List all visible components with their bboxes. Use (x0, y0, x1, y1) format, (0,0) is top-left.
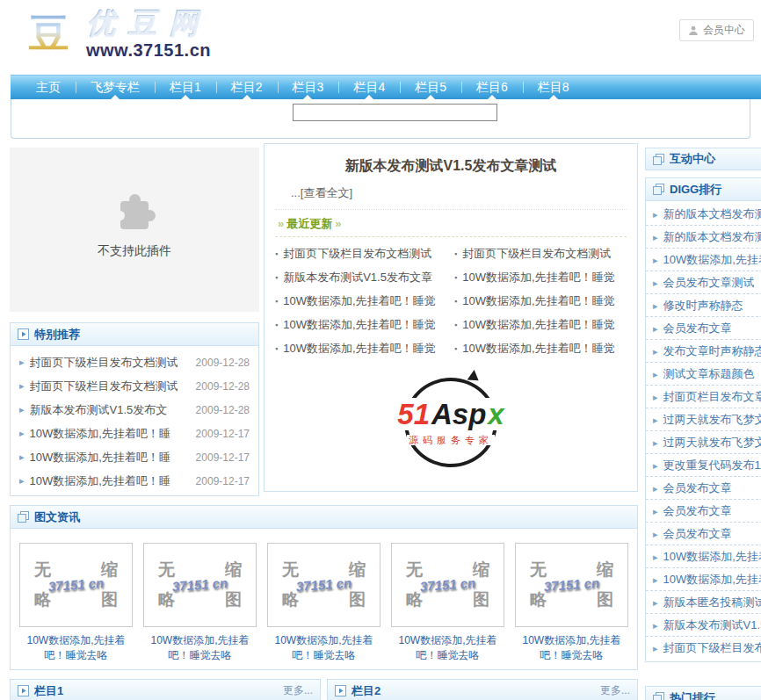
item-date: 2009-12-17 (196, 475, 250, 487)
digg-list-item[interactable]: 更改重复代码发布12 (646, 454, 761, 477)
main-nav: 主页飞梦专栏栏目1栏目2栏目3栏目4栏目5栏目6栏目8 (11, 75, 761, 99)
digg-list-item[interactable]: 发布文章时声称静态测 (646, 340, 761, 363)
nav-item[interactable]: 栏目5 (400, 76, 461, 99)
nav-item[interactable]: 飞梦专栏 (76, 76, 155, 99)
list-item[interactable]: 10W数据添加,先挂着吧！睡 2009-12-17 (11, 422, 258, 445)
digg-list-item[interactable]: 新的版本文档发布测试 (646, 203, 761, 226)
digg-list-item[interactable]: 过两天就发布飞梦文章 (646, 431, 761, 454)
photo-news-item[interactable]: 无缩 略图 37151 cn 10W数据添加,先挂着吧！睡觉去咯 (143, 543, 257, 663)
list-item[interactable]: 封面页下级栏目发布文档测试 (451, 242, 630, 265)
column2-panel: 栏目2 更多... (327, 679, 638, 700)
51aspx-logo: 51Aspx 源码服务专家 (367, 367, 534, 478)
search-input[interactable] (293, 104, 497, 121)
person-icon (688, 25, 699, 36)
list-item[interactable]: 10W数据添加,先挂着吧！睡觉 (451, 336, 630, 360)
list-item[interactable]: 10W数据添加,先挂着吧！睡觉 (272, 313, 451, 336)
site-logo: 豆 优豆网 www.37151.cn (25, 7, 211, 63)
digg-ranking-header: DIGG排行 (646, 178, 761, 201)
photo-caption: 10W数据添加,先挂着吧！睡觉去咯 (143, 633, 257, 663)
digg-list-item[interactable]: 封面页栏目发布文章测 (646, 386, 761, 408)
photo-caption: 10W数据添加,先挂着吧！睡觉去咯 (515, 633, 628, 663)
no-thumbnail-image: 无缩 略图 37151 cn (19, 543, 133, 627)
digg-list-item[interactable]: 会员发布文章测试 (646, 271, 761, 294)
column1-title: 栏目1 (34, 683, 63, 699)
column1-more-link[interactable]: 更多... (283, 683, 313, 698)
digg-list-item[interactable]: 会员发布文章 (646, 317, 761, 340)
plugin-placeholder: 不支持此插件 (10, 148, 259, 312)
item-date: 2009-12-28 (196, 357, 250, 369)
nav-item[interactable]: 主页 (21, 76, 76, 99)
photo-news-panel: 图文资讯 无缩 略图 37151 cn 10W数据添加,先挂着吧！睡觉去咯 无缩… (10, 505, 638, 670)
digg-ranking-panel: DIGG排行 新的版本文档发布测试新的版本文档发布测试10W数据添加,先挂着吧会… (645, 177, 761, 662)
nav-item[interactable]: 栏目4 (338, 76, 400, 99)
no-thumbnail-image: 无缩 略图 37151 cn (391, 543, 504, 627)
pages-icon (653, 692, 664, 700)
list-item[interactable]: 10W数据添加,先挂着吧！睡觉 (451, 289, 630, 313)
nav-item[interactable]: 栏目3 (278, 76, 339, 99)
digg-list-item[interactable]: 会员发布文章 (646, 500, 761, 523)
item-date: 2009-12-28 (196, 380, 250, 393)
list-item[interactable]: 10W数据添加,先挂着吧！睡觉 (272, 336, 451, 360)
site-url: www.37151.cn (86, 40, 211, 61)
column2-title: 栏目2 (352, 683, 380, 699)
column2-header: 栏目2 更多... (328, 680, 637, 700)
hot-ranking-title: 热门排行 (670, 690, 715, 700)
photo-news-item[interactable]: 无缩 略图 37151 cn 10W数据添加,先挂着吧！睡觉去咯 (515, 543, 628, 663)
item-date: 2009-12-17 (196, 428, 250, 440)
special-recommend-header: 特别推荐 (11, 323, 258, 346)
list-item[interactable]: 10W数据添加,先挂着吧！睡觉 (451, 265, 630, 289)
play-box-icon (18, 328, 29, 340)
plugin-message: 不支持此插件 (98, 243, 171, 259)
digg-list-item[interactable]: 修改时声称静态 (646, 294, 761, 317)
list-item[interactable]: 封面页下级栏目发布文档测试 2009-12-28 (11, 374, 258, 398)
digg-list-item[interactable]: 会员发布文章 (646, 477, 761, 500)
member-center-label: 会员中心 (703, 23, 745, 38)
hot-ranking-header: 热门排行 (646, 687, 761, 700)
photo-news-header: 图文资讯 (11, 506, 637, 529)
nav-item[interactable]: 栏目6 (461, 76, 523, 99)
digg-ranking-title: DIGG排行 (670, 182, 721, 198)
digg-list-item[interactable]: 封面页下级栏目发布文 (646, 637, 761, 660)
digg-list-item[interactable]: 过两天就发布飞梦文章 (646, 408, 761, 431)
list-item[interactable]: 封面页下级栏目发布文档测试 2009-12-28 (11, 350, 258, 374)
list-item[interactable]: 10W数据添加,先挂着吧！睡觉 (451, 313, 630, 336)
digg-list-item[interactable]: 新版本匿名投稿测试 (646, 591, 761, 614)
hot-ranking-panel: 热门排行 (645, 686, 761, 700)
nav-item[interactable]: 栏目8 (523, 76, 584, 99)
item-date: 2009-12-17 (196, 451, 250, 464)
recent-updates-header: »最近更新» (275, 216, 627, 237)
list-item[interactable]: 新版本发布测试V1.5发布文章 (272, 265, 451, 289)
photo-news-item[interactable]: 无缩 略图 37151 cn 10W数据添加,先挂着吧！睡觉去咯 (391, 543, 504, 663)
no-thumbnail-image: 无缩 略图 37151 cn (143, 543, 257, 627)
member-center-button[interactable]: 会员中心 (679, 19, 754, 41)
photo-caption: 10W数据添加,先挂着吧！睡觉去咯 (19, 633, 133, 663)
digg-list-item[interactable]: 10W数据添加,先挂着吧 (646, 568, 761, 591)
column1-header: 栏目1 更多... (11, 680, 320, 700)
nav-item[interactable]: 栏目2 (216, 76, 278, 99)
play-box-icon (18, 685, 29, 696)
no-thumbnail-image: 无缩 略图 37151 cn (267, 543, 380, 627)
digg-list-item[interactable]: 10W数据添加,先挂着吧 (646, 545, 761, 568)
digg-list-item[interactable]: 会员发布文章 (646, 523, 761, 545)
digg-list-item[interactable]: 10W数据添加,先挂着吧 (646, 249, 761, 271)
list-item[interactable]: 10W数据添加,先挂着吧！睡 2009-12-17 (11, 445, 258, 469)
list-item[interactable]: 10W数据添加,先挂着吧！睡 2009-12-17 (11, 469, 258, 493)
special-recommend-title: 特别推荐 (34, 327, 80, 343)
digg-list-item[interactable]: 新的版本文档发布测试 (646, 226, 761, 249)
column2-more-link[interactable]: 更多... (600, 683, 630, 698)
recent-updates-lists: 封面页下级栏目发布文档测试新版本发布测试V1.5发布文章10W数据添加,先挂着吧… (265, 237, 637, 360)
read-more-link[interactable]: ...[查看全文] (291, 185, 352, 201)
list-item[interactable]: 封面页下级栏目发布文档测试 (272, 242, 451, 265)
recent-updates-title: 最近更新 (286, 217, 332, 230)
list-item[interactable]: 新版本发布测试V1.5发布文 2009-12-28 (11, 398, 258, 422)
photo-news-item[interactable]: 无缩 略图 37151 cn 10W数据添加,先挂着吧！睡觉去咯 (267, 543, 380, 663)
no-thumbnail-image: 无缩 略图 37151 cn (515, 543, 628, 627)
chevron-icon: » (278, 217, 284, 230)
column1-panel: 栏目1 更多... (10, 679, 321, 700)
digg-list-item[interactable]: 新版本发布测试V1.5 (646, 614, 761, 637)
digg-list-item[interactable]: 测试文章标题颜色 (646, 363, 761, 386)
photo-caption: 10W数据添加,先挂着吧！睡觉去咯 (391, 633, 504, 663)
list-item[interactable]: 10W数据添加,先挂着吧！睡觉 (272, 289, 451, 313)
photo-news-item[interactable]: 无缩 略图 37151 cn 10W数据添加,先挂着吧！睡觉去咯 (19, 543, 133, 663)
nav-item[interactable]: 栏目1 (155, 76, 216, 99)
